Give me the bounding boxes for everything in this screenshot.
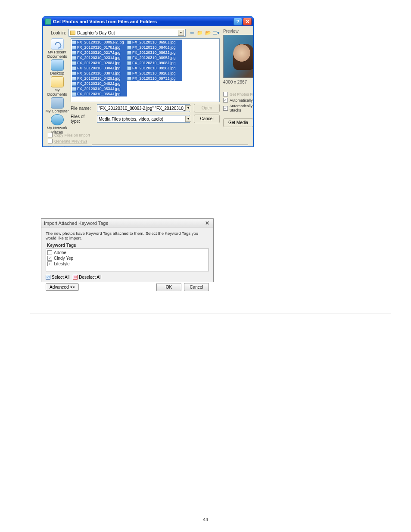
file-item[interactable]: FX_20120310_0862J.jpg: [127, 50, 182, 55]
close-button[interactable]: ✕: [204, 220, 211, 226]
file-item[interactable]: FX_20120310_0928J.jpg: [127, 71, 182, 76]
generate-previews-option: ✓Generate Previews: [48, 139, 248, 143]
lookin-label: Look in:: [45, 31, 66, 35]
image-file-icon: [72, 92, 76, 96]
cancel-button[interactable]: Cancel: [184, 283, 209, 291]
close-button[interactable]: ✕: [243, 18, 252, 25]
tag-name: Lifestyle: [54, 261, 70, 266]
file-item[interactable]: FX_20120310_0178J.jpg: [72, 45, 127, 50]
image-file-icon: [72, 72, 76, 75]
titlebar[interactable]: Import Attached Keyword Tags ✕: [41, 219, 213, 227]
place-label: My Recent Documents: [45, 50, 69, 59]
image-file-icon: [127, 61, 131, 65]
filename-input[interactable]: "FX_20120310_0009J-2.jpg" "FX_20120310_0: [97, 104, 190, 112]
view-menu-icon[interactable]: ☰▾: [213, 29, 220, 36]
checkbox[interactable]: ✓: [47, 256, 52, 261]
image-file-icon: [127, 66, 131, 70]
tag-name: Cindy Yep: [54, 256, 73, 261]
file-item[interactable]: FX_20120310_0231J.jpg: [72, 55, 127, 60]
tag-name: Adobe: [54, 250, 66, 255]
new-folder-icon[interactable]: 📂: [205, 29, 212, 36]
import-tags-dialog: Import Attached Keyword Tags ✕ The new p…: [41, 218, 214, 282]
advanced-button[interactable]: Advanced >>: [46, 283, 79, 291]
file-item[interactable]: FX_20120310_0534J.jpg: [72, 86, 127, 91]
checkbox[interactable]: ✓: [47, 261, 52, 266]
open-button[interactable]: Open: [194, 104, 220, 112]
file-item[interactable]: FX_20120310_0654J.jpg: [72, 91, 127, 96]
place-label: Desktop: [50, 71, 64, 75]
back-icon[interactable]: ⇦: [188, 29, 195, 36]
place-icon: [51, 97, 64, 109]
lookin-combo[interactable]: Daughter's Day Out ▾: [68, 29, 186, 37]
subfolders-option: ✓Get Photos From Subfolders: [223, 92, 254, 96]
checkbox[interactable]: [47, 250, 52, 255]
preview-image: [223, 35, 254, 78]
file-item[interactable]: FX_20120310_0387J.jpg: [72, 71, 127, 76]
file-item[interactable]: FX_20120310_0009J-2.jpg: [72, 40, 127, 45]
file-item[interactable]: FX_20120310_0973J.jpg: [127, 76, 182, 81]
image-file-icon: [127, 51, 131, 55]
file-item[interactable]: FX_20120310_0926J.jpg: [127, 65, 182, 71]
volume-label: Volume Name:: [48, 146, 76, 147]
chevron-down-icon[interactable]: ▾: [178, 30, 184, 36]
ok-button[interactable]: OK: [156, 283, 181, 291]
dialog-title: Import Attached Keyword Tags: [44, 221, 108, 226]
image-file-icon: [72, 82, 76, 86]
places-item[interactable]: Desktop: [45, 59, 69, 75]
file-item[interactable]: FX_20120310_0429J.jpg: [72, 76, 127, 81]
file-item[interactable]: FX_20120310_0304J.jpg: [72, 65, 127, 71]
places-item[interactable]: My Computer: [45, 97, 69, 113]
select-all-button[interactable]: ☑Select All: [46, 275, 69, 280]
file-list[interactable]: FX_20120310_0009J-2.jpgFX_20120310_0178J…: [71, 38, 220, 102]
image-file-icon: [72, 87, 76, 91]
places-item[interactable]: My Network Places: [45, 114, 69, 134]
image-file-icon: [127, 56, 131, 60]
stacks-option[interactable]: ✓Automatically Suggest Photo Stacks: [223, 104, 254, 112]
file-item[interactable]: FX_20120310_0217J.jpg: [72, 50, 127, 55]
chevron-down-icon[interactable]: ▾: [185, 116, 191, 122]
lookin-value: Daughter's Day Out: [77, 31, 115, 35]
file-item[interactable]: FX_20120310_0840J.jpg: [127, 45, 182, 50]
file-item[interactable]: FX_20120310_0288J.jpg: [72, 60, 127, 65]
keyword-tag-item[interactable]: Adobe: [47, 250, 207, 255]
place-label: My Documents: [45, 88, 69, 96]
cancel-button[interactable]: Cancel: [194, 115, 220, 123]
filetype-label: Files of type:: [71, 114, 94, 124]
filename-label: File name:: [71, 106, 94, 111]
image-file-icon: [72, 40, 76, 44]
file-item[interactable]: FX_20120310_0482J.jpg: [72, 81, 127, 86]
help-button[interactable]: ?: [234, 18, 242, 25]
deselect-all-button[interactable]: ☒Deselect All: [73, 275, 101, 280]
chevron-down-icon[interactable]: ▾: [185, 105, 191, 111]
image-file-icon: [72, 46, 76, 50]
image-file-icon: [127, 46, 131, 50]
preview-dimensions: 4000 x 2667: [223, 80, 254, 84]
place-icon: [51, 59, 64, 71]
keyword-tags-label: Keyword Tags: [46, 243, 209, 248]
folder-icon: [70, 31, 75, 35]
place-icon: [51, 76, 64, 87]
get-media-button[interactable]: Get Media: [223, 118, 253, 127]
image-file-icon: [72, 51, 76, 55]
places-item[interactable]: My Documents: [45, 76, 69, 96]
file-item[interactable]: FX_20120310_0895J.jpg: [127, 55, 182, 60]
redeye-option[interactable]: ✓Automatically Fix Red Eyes: [223, 98, 254, 103]
file-item[interactable]: FX_20120310_0698J.jpg: [127, 40, 182, 45]
places-item[interactable]: My Recent Documents: [45, 38, 69, 59]
image-file-icon: [127, 40, 131, 44]
get-photos-dialog: Get Photos and Videos from Files and Fol…: [42, 16, 254, 147]
up-folder-icon[interactable]: 📁: [196, 29, 203, 36]
copy-on-import-option: ✓Copy Files on Import: [48, 133, 248, 137]
place-label: My Computer: [45, 109, 68, 113]
app-icon: [45, 19, 51, 25]
place-icon: [51, 114, 64, 125]
keyword-tag-item[interactable]: ✓Cindy Yep: [47, 255, 207, 261]
preview-label: Preview: [223, 29, 254, 34]
keyword-tag-item[interactable]: ✓Lifestyle: [47, 261, 207, 267]
filetype-combo[interactable]: Media Files (photos, video, audio): [97, 115, 190, 123]
titlebar[interactable]: Get Photos and Videos from Files and Fol…: [43, 17, 253, 26]
file-item[interactable]: FX_20120310_0908J.jpg: [127, 60, 182, 65]
dialog-message: The new photos have Keyword Tags attache…: [46, 231, 209, 240]
keyword-tags-list: Adobe✓Cindy Yep✓Lifestyle: [46, 249, 209, 271]
image-file-icon: [72, 77, 76, 81]
